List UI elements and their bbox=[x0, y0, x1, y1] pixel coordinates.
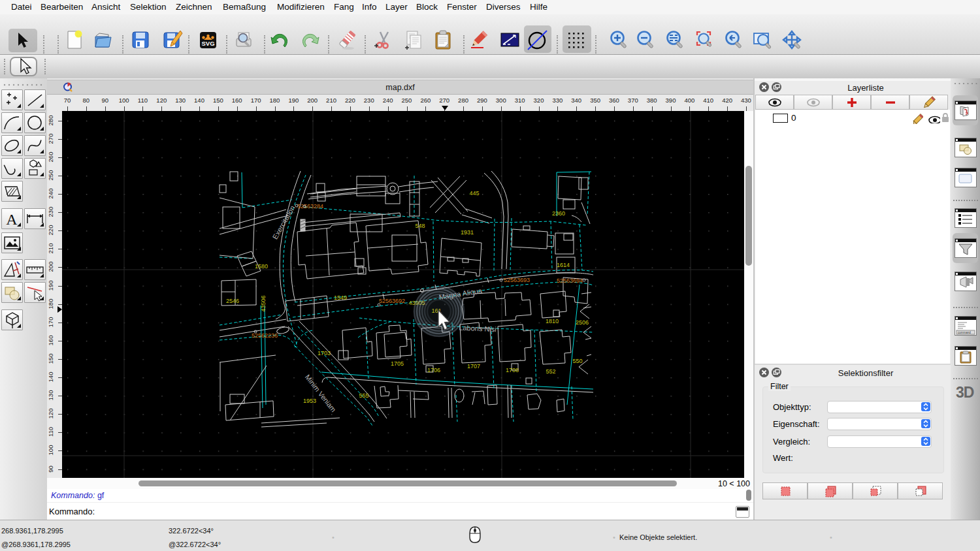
svg-text:1931: 1931 bbox=[461, 229, 474, 236]
svg-text:1706: 1706 bbox=[427, 367, 440, 373]
svg-text:1580: 1580 bbox=[255, 263, 268, 270]
svg-text:548: 548 bbox=[415, 223, 425, 229]
svg-text:1953: 1953 bbox=[303, 398, 316, 404]
svg-text:52563693: 52563693 bbox=[504, 277, 530, 283]
svg-text:552: 552 bbox=[546, 368, 555, 375]
svg-text:1614: 1614 bbox=[557, 262, 570, 268]
svg-text:445: 445 bbox=[469, 190, 479, 197]
svg-text:1810: 1810 bbox=[546, 318, 559, 324]
svg-text:2506: 2506 bbox=[576, 319, 589, 326]
svg-text:1708: 1708 bbox=[506, 367, 519, 373]
svg-text:2546: 2546 bbox=[226, 298, 239, 304]
svg-text:52563692: 52563692 bbox=[379, 298, 405, 304]
svg-text:555: 555 bbox=[359, 392, 368, 399]
svg-text:52563694: 52563694 bbox=[557, 277, 583, 284]
svg-text:1707: 1707 bbox=[467, 363, 480, 370]
svg-text:2360: 2360 bbox=[552, 210, 565, 217]
svg-text:1705: 1705 bbox=[391, 360, 404, 367]
svg-text:43506: 43506 bbox=[260, 295, 267, 311]
svg-text:1703: 1703 bbox=[318, 350, 331, 356]
svg-text:command: command bbox=[958, 331, 971, 334]
svg-text:SVG: SVG bbox=[201, 40, 214, 47]
svg-text:A: A bbox=[6, 211, 18, 228]
svg-text:52562236: 52562236 bbox=[252, 332, 278, 339]
svg-text:1549: 1549 bbox=[334, 294, 347, 301]
svg-text:52563284: 52563284 bbox=[297, 203, 323, 210]
svg-text:550: 550 bbox=[572, 358, 582, 364]
